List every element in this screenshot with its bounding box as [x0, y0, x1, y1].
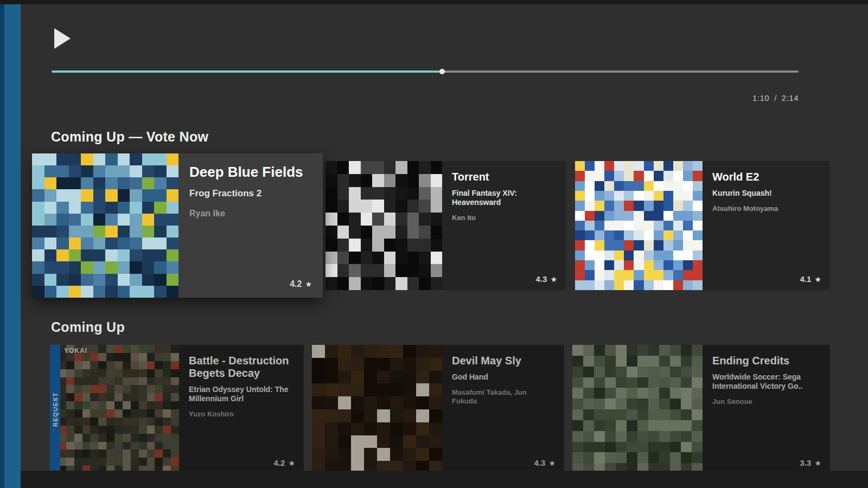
song-title: Torrent — [452, 171, 556, 183]
artist-name: Masafumi Takada, Jun Fukuda — [452, 388, 533, 406]
artist-name: Atsuhiro Motoyama — [712, 204, 794, 213]
rating: 4.2★ — [274, 458, 295, 467]
game-title: God Hand — [452, 373, 554, 382]
star-icon: ★ — [814, 275, 821, 284]
vote-card-torrent[interactable]: Torrent Final Fantasy XIV: Heavensward K… — [326, 161, 566, 290]
upnext-card-battle[interactable]: REQUEST YOKAI Battle - Destruction Beget… — [50, 345, 304, 474]
vote-section-heading: Coming Up — Vote Now — [51, 129, 208, 145]
time-separator: / — [774, 93, 777, 102]
rating: 4.3★ — [534, 458, 556, 467]
star-icon: ★ — [548, 459, 556, 467]
song-title: Battle - Destruction Begets Decay — [189, 355, 294, 380]
album-art — [32, 153, 178, 298]
album-art — [326, 161, 442, 290]
star-icon: ★ — [305, 280, 312, 288]
rating: 4.3★ — [536, 274, 557, 284]
game-title: Final Fantasy XIV: Heavensward — [452, 189, 556, 207]
app-screen: 1:10/2:14 Coming Up — Vote Now Deep Blue… — [0, 0, 868, 488]
game-title: Etrian Odyssey Untold: The Millennium Gi… — [189, 385, 294, 403]
artist-name: Ryan Ike — [189, 208, 309, 219]
vote-card-deep-blue-fields[interactable]: Deep Blue Fields Frog Fractions 2 Ryan I… — [32, 153, 323, 298]
rating-value: 3.3 — [800, 458, 812, 467]
time-total: 2:14 — [782, 93, 799, 102]
game-title: Kururin Squash! — [712, 189, 820, 198]
rating: 4.2★ — [290, 279, 312, 289]
time-display: 1:10/2:14 — [752, 93, 799, 102]
artist-name: Jun Senoue — [712, 397, 794, 406]
album-art — [575, 161, 703, 290]
game-title: Frog Fractions 2 — [189, 188, 312, 200]
vote-card-world-e2[interactable]: World E2 Kururin Squash! Atsuhiro Motoya… — [575, 161, 830, 290]
progress-bar[interactable] — [52, 70, 799, 73]
rating: 3.3★ — [800, 458, 821, 467]
upnext-card-devil-may-sly[interactable]: Devil May Sly God Hand Masafumi Takada, … — [312, 345, 564, 474]
song-title: World E2 — [712, 171, 820, 183]
request-badge: REQUEST — [50, 345, 60, 474]
rating-value: 4.2 — [290, 279, 302, 288]
album-art — [572, 345, 703, 474]
album-art — [312, 345, 442, 474]
bottom-letterbox-band — [21, 471, 868, 488]
play-icon[interactable] — [54, 28, 71, 49]
star-icon: ★ — [814, 459, 821, 467]
rating-value: 4.1 — [800, 274, 812, 284]
rating-value: 4.2 — [274, 458, 285, 467]
album-art-caption: YOKAI — [64, 347, 87, 355]
upnext-card-ending-credits[interactable]: Ending Credits Worldwide Soccer: Sega In… — [572, 345, 830, 474]
game-title: Worldwide Soccer: Sega International Vic… — [712, 373, 820, 391]
rating-value: 4.3 — [534, 458, 546, 467]
star-icon: ★ — [550, 275, 557, 284]
upnext-section-heading: Coming Up — [51, 319, 125, 335]
artist-name: Yuzo Koshiro — [189, 410, 270, 419]
rating: 4.1★ — [800, 274, 821, 284]
rating-value: 4.3 — [536, 274, 547, 284]
song-title: Devil May Sly — [452, 355, 554, 367]
song-title: Deep Blue Fields — [189, 164, 312, 181]
progress-thumb[interactable] — [439, 69, 445, 74]
top-letterbox-band — [0, 0, 868, 4]
progress-fill — [52, 70, 442, 73]
artist-name: Ken Ito — [452, 214, 533, 222]
accent-stripe — [0, 4, 21, 488]
album-art: REQUEST YOKAI — [50, 345, 179, 474]
song-title: Ending Credits — [712, 355, 820, 367]
star-icon: ★ — [288, 459, 295, 467]
time-current: 1:10 — [752, 93, 769, 102]
